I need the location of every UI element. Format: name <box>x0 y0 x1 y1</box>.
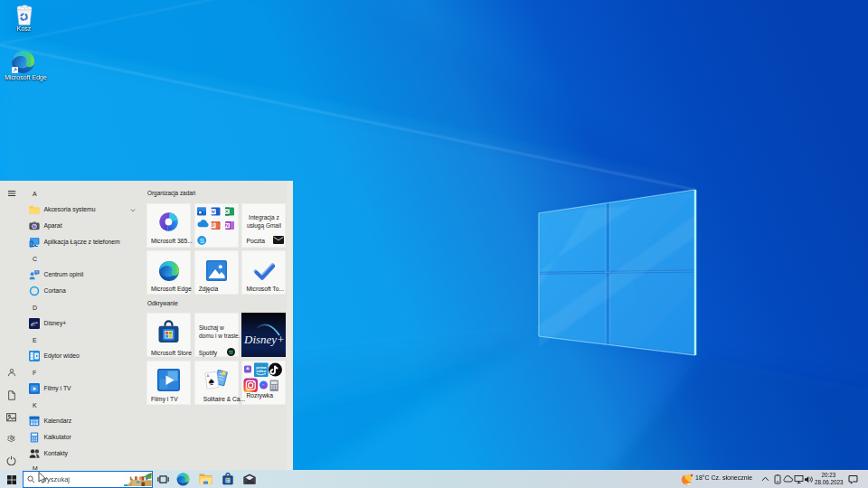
svg-text:video: video <box>257 369 267 373</box>
svg-text:Disney+: Disney+ <box>243 333 285 346</box>
svg-text:D+: D+ <box>30 323 36 327</box>
svg-text:S: S <box>199 236 203 244</box>
